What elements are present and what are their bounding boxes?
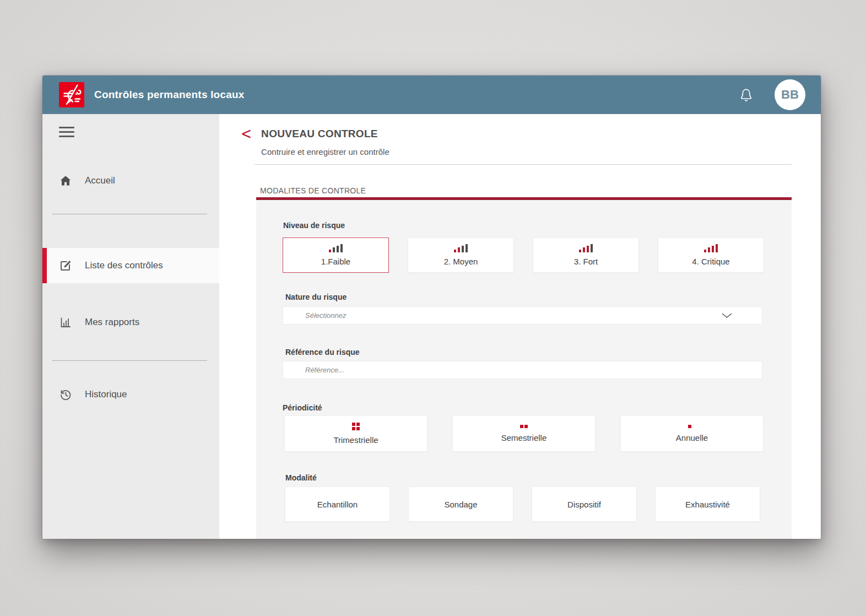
risk-reference-input[interactable] [283, 361, 762, 379]
app-title: Contrôles permanents locaux [94, 89, 245, 101]
sidebar-item-liste-des-controles[interactable]: Liste des contrôles [42, 248, 219, 283]
option-label: Annuelle [676, 433, 708, 442]
option-label: Sondage [444, 500, 477, 509]
modality-option-sondage[interactable]: Sondage [408, 487, 513, 522]
modality-option-echantillon[interactable]: Echantillon [285, 487, 390, 522]
sidebar-item-label: Liste des contrôles [85, 260, 163, 271]
sidebar-item-label: Accueil [85, 175, 115, 186]
sidebar-divider [52, 214, 207, 214]
caisse-epargne-logo-icon [59, 82, 84, 107]
chevron-down-icon [722, 313, 732, 318]
section-title: MODALITES DE CONTROLE [260, 186, 821, 195]
header-divider [255, 164, 792, 165]
back-chevron-icon[interactable]: < [241, 127, 252, 141]
periodicity-option-annuelle[interactable]: Annuelle [620, 415, 764, 452]
signal-bars-icon [704, 244, 718, 252]
modality-option-exhaustivite[interactable]: Exhaustivité [655, 487, 760, 522]
main-content: < NOUVEAU CONTROLE Contruire et enregist… [219, 114, 821, 539]
risk-reference-label: Référence du risque [285, 348, 792, 356]
option-label: 3. Fort [574, 257, 598, 266]
signal-bars-icon [454, 244, 468, 252]
option-label: Semestrielle [501, 433, 547, 442]
risk-nature-select[interactable]: Sélectionnez [283, 306, 762, 325]
modality-option-dispositif[interactable]: Dispositif [532, 487, 637, 522]
history-icon [59, 388, 72, 401]
bar-chart-icon [59, 316, 72, 329]
option-label: Dispositif [567, 500, 601, 509]
option-label: Echantillon [317, 500, 358, 509]
notification-bell-icon[interactable] [739, 88, 754, 102]
select-placeholder: Sélectionnez [305, 311, 346, 320]
periodicity-option-trimestrielle[interactable]: Trimestrielle [284, 415, 427, 452]
risk-nature-label: Nature du risque [285, 293, 792, 301]
periodicity-label: Périodicité [283, 403, 792, 412]
option-label: 2. Moyen [444, 257, 478, 266]
page-title: NOUVEAU CONTROLE [261, 128, 389, 140]
dots-icon [352, 423, 360, 430]
risk-level-option-fort[interactable]: 3. Fort [533, 237, 639, 273]
sidebar-item-label: Historique [85, 389, 127, 400]
modality-label: Modalité [285, 473, 792, 482]
periodicity-options: Trimestrielle Semestrielle Annuelle [284, 415, 792, 452]
edit-square-icon [59, 259, 72, 272]
risk-level-option-faible[interactable]: 1.Faible [283, 237, 389, 273]
option-label: Exhaustivité [685, 500, 730, 509]
option-label: Trimestrielle [333, 435, 378, 445]
page-subtitle: Contruire et enregistrer un contrôle [261, 147, 389, 156]
signal-bars-icon [329, 244, 343, 252]
risk-level-options: 1.Faible 2. Moyen 3. Fort 4. Critique [283, 237, 792, 273]
dots-icon [520, 425, 528, 428]
option-label: 4. Critique [692, 257, 729, 266]
risk-level-option-critique[interactable]: 4. Critique [658, 237, 764, 273]
avatar-initials: BB [781, 88, 799, 102]
app-window: Contrôles permanents locaux BB [42, 75, 821, 539]
app-header: Contrôles permanents locaux BB [42, 75, 821, 114]
signal-bars-icon [579, 244, 593, 252]
sidebar-item-label: Mes rapports [85, 317, 139, 328]
modality-options: Echantillon Sondage Dispositif Exhaustiv… [285, 487, 792, 522]
form-panel: Niveau de risque 1.Faible 2. Moyen 3. Fo… [256, 200, 792, 539]
risk-level-option-moyen[interactable]: 2. Moyen [408, 237, 514, 273]
sidebar-item-accueil[interactable]: Accueil [42, 161, 219, 200]
option-label: 1.Faible [321, 257, 350, 266]
risk-level-label: Niveau de risque [283, 221, 792, 230]
sidebar-item-historique[interactable]: Historique [42, 375, 219, 414]
home-icon [59, 174, 72, 187]
risk-reference-field-wrap [283, 361, 762, 379]
sidebar-item-mes-rapports[interactable]: Mes rapports [42, 303, 219, 342]
sidebar: Accueil Liste des contrôles [42, 114, 219, 539]
hamburger-menu-icon[interactable] [59, 127, 74, 137]
user-avatar[interactable]: BB [775, 79, 805, 110]
periodicity-option-semestrielle[interactable]: Semestrielle [452, 415, 596, 452]
sidebar-divider [52, 360, 207, 361]
dots-icon [688, 425, 696, 428]
